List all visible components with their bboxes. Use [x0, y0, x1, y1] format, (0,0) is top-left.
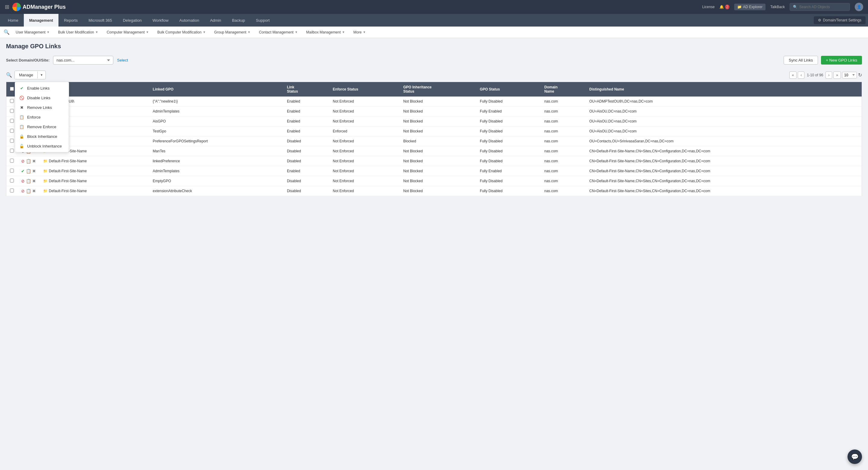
nav-item-microsoft365[interactable]: Microsoft 365: [83, 14, 118, 27]
row-checkbox[interactable]: [10, 149, 14, 153]
disable-action-icon[interactable]: ⊘: [21, 188, 25, 194]
last-page-button[interactable]: »: [833, 71, 841, 79]
row-enforce-status: Not Enforced: [329, 96, 400, 107]
row-checkbox[interactable]: [10, 99, 14, 103]
nav-item-automation[interactable]: Automation: [174, 14, 205, 27]
remove-links-icon: ✖: [19, 105, 24, 110]
talkback-link[interactable]: TalkBack: [770, 5, 785, 9]
enable-links-option[interactable]: ✔ Enable Links: [15, 83, 69, 93]
grid-icon[interactable]: ⊞: [5, 4, 9, 10]
domain-select[interactable]: nas.com...: [53, 56, 113, 64]
remove-links-option[interactable]: ✖ Remove Links: [15, 102, 69, 112]
subnav-user-mgmt[interactable]: User Management ▼: [12, 27, 53, 38]
enforce-action-icon[interactable]: 📋: [26, 169, 31, 173]
row-linked-gpo: ManTes: [149, 146, 283, 156]
row-checkbox[interactable]: [10, 159, 14, 163]
row-checkbox[interactable]: [10, 139, 14, 143]
next-page-button[interactable]: ›: [826, 71, 832, 79]
ad-explorer-button[interactable]: 📁 AD Explorer: [734, 4, 766, 10]
subnav-group-mgmt[interactable]: Group Management ▼: [211, 27, 254, 38]
disable-links-option[interactable]: 🚫 Disable Links: [15, 93, 69, 102]
row-linked-gpo: TestGpo: [149, 126, 283, 136]
row-gpo-inheritance: Not Blocked: [400, 146, 476, 156]
row-actions-cell: ✔ 📋 ✖: [18, 166, 39, 176]
row-gpo-status: Fully Enabled: [476, 166, 541, 176]
subnav-more[interactable]: More ▼: [350, 27, 369, 38]
nav-item-backup[interactable]: Backup: [227, 14, 250, 27]
enforce-action-icon[interactable]: 📋: [26, 159, 31, 164]
nav-item-admin[interactable]: Admin: [205, 14, 227, 27]
nav-item-support[interactable]: Support: [250, 14, 275, 27]
manage-dropdown-toggle[interactable]: ▼: [37, 71, 45, 79]
table-search-icon[interactable]: 🔍: [6, 72, 12, 78]
remove-enforce-option[interactable]: 📋 Remove Enforce: [15, 122, 69, 131]
manage-button[interactable]: Manage: [15, 71, 37, 79]
first-page-button[interactable]: «: [789, 71, 797, 79]
avatar[interactable]: 👤: [855, 3, 863, 11]
domain-settings-button[interactable]: ⚙ Domain/Tenant Settings: [814, 16, 866, 24]
manage-dropdown: Manage ▼ ✔ Enable Links 🚫 Disable Links …: [14, 70, 46, 79]
row-name: 📁 Default-First-Site-Name: [39, 186, 149, 196]
row-gpo-inheritance: Not Blocked: [400, 156, 476, 166]
disable-action-icon[interactable]: ⊘: [21, 159, 25, 164]
subnav-bulk-computer-mod[interactable]: Bulk Computer Modification ▼: [154, 27, 210, 38]
row-gpo-inheritance: Not Blocked: [400, 116, 476, 126]
row-gpo-inheritance: Blocked: [400, 136, 476, 146]
enforce-action-icon[interactable]: 📋: [26, 179, 31, 183]
row-linked-gpo: AisGPO: [149, 116, 283, 126]
row-checkbox[interactable]: [10, 188, 14, 193]
disable-action-icon[interactable]: ⊘: [21, 179, 25, 183]
remove-action-icon[interactable]: ✖: [32, 159, 36, 164]
remove-enforce-label: Remove Enforce: [27, 125, 56, 129]
row-linked-gpo: EmptyGPO: [149, 176, 283, 186]
row-checkbox-cell: [6, 156, 18, 166]
row-linked-gpo: AdminTemplates: [149, 107, 283, 116]
row-distinguished-name: CN=Default-First-Site-Name,CN=Sites,CN=C…: [586, 146, 862, 156]
enforce-action-icon[interactable]: 📋: [26, 188, 31, 194]
row-distinguished-name: OU=AisOU,DC=nas,DC=com: [586, 107, 862, 116]
prev-page-button[interactable]: ‹: [798, 71, 804, 79]
subnav-computer-mgmt[interactable]: Computer Management ▼: [103, 27, 153, 38]
refresh-button[interactable]: ↻: [858, 72, 862, 78]
subnav-mailbox-mgmt[interactable]: Mailbox Management ▼: [303, 27, 349, 38]
license-link[interactable]: License: [702, 5, 715, 9]
block-inheritance-option[interactable]: 🔒 Block Inheritance: [15, 131, 69, 141]
row-checkbox[interactable]: [10, 109, 14, 113]
unblock-inheritance-label: Unblock Inheritance: [27, 144, 62, 148]
enforce-option[interactable]: 📋 Enforce: [15, 112, 69, 122]
row-actions-cell: ⊘ 📋 ✖: [18, 176, 39, 186]
table-row: ⊘ 📋 ✖ 📁 Default-First-Site-Name ManTes D…: [6, 146, 862, 156]
remove-action-icon[interactable]: ✖: [32, 188, 36, 194]
nav-item-home[interactable]: Home: [2, 14, 24, 27]
sync-all-links-button[interactable]: Sync All Links: [784, 56, 818, 64]
subnav-search-icon[interactable]: 🔍: [4, 29, 10, 35]
row-checkbox[interactable]: [10, 119, 14, 123]
nav-item-delegation[interactable]: Delegation: [118, 14, 147, 27]
select-all-checkbox[interactable]: [10, 87, 14, 91]
row-checkbox[interactable]: [10, 179, 14, 182]
row-checkbox[interactable]: [10, 169, 14, 173]
new-gpo-links-button[interactable]: + New GPO Links: [821, 56, 862, 64]
nav-item-management[interactable]: Management: [24, 14, 59, 27]
row-name: 📁 Default-First-Site-Name: [39, 166, 149, 176]
enable-action-icon[interactable]: ✔: [21, 169, 25, 173]
remove-enforce-icon: 📋: [19, 124, 24, 129]
nav-item-workflow[interactable]: Workflow: [147, 14, 174, 27]
row-checkbox[interactable]: [10, 129, 14, 133]
subnav-contact-mgmt[interactable]: Contact Management ▼: [255, 27, 301, 38]
row-distinguished-name: CN=Default-First-Site-Name,CN=Sites,CN=C…: [586, 166, 862, 176]
page-size-select[interactable]: 10 25 50 100: [842, 72, 857, 79]
subnav-bulk-user-mod[interactable]: Bulk User Modification ▼: [55, 27, 102, 38]
row-distinguished-name: OU=Contacts,OU=SrinivasaSaran,DC=nas,DC=…: [586, 136, 862, 146]
remove-action-icon[interactable]: ✖: [32, 179, 36, 183]
row-enforce-status: Not Enforced: [329, 156, 400, 166]
search-ad-input[interactable]: [799, 5, 846, 9]
unblock-inheritance-option[interactable]: 🔓 Unblock Inheritance: [15, 141, 69, 151]
row-distinguished-name: OU=AisOU,DC=nas,DC=com: [586, 126, 862, 136]
enable-links-label: Enable Links: [27, 86, 50, 90]
notification-area[interactable]: 🔔 2: [719, 5, 730, 9]
nav-item-reports[interactable]: Reports: [59, 14, 83, 27]
nav-right: ⚙ Domain/Tenant Settings: [814, 16, 866, 24]
select-link[interactable]: Select: [117, 58, 128, 62]
remove-action-icon[interactable]: ✖: [32, 169, 36, 173]
